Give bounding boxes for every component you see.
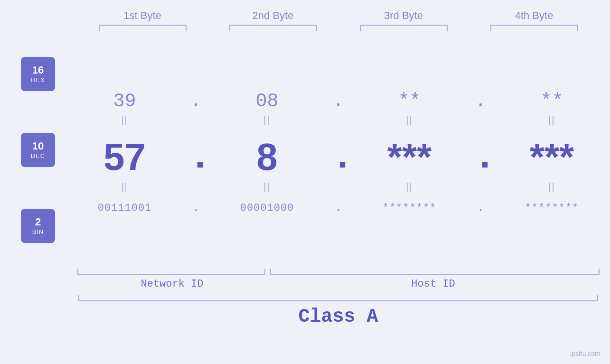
- eq-3: ||: [357, 115, 462, 126]
- bin-badge-num: 2: [35, 216, 41, 228]
- bracket-4: [490, 25, 578, 31]
- bin-dot-2: .: [331, 202, 346, 214]
- dec-badge: 10 DEC: [21, 133, 55, 167]
- byte1-header: 1st Byte: [90, 9, 195, 22]
- full-bottom-bracket: [78, 295, 598, 301]
- byte2-header: 2nd Byte: [221, 9, 325, 22]
- main-content: 16 HEX 10 DEC 2 BIN 39 . 08: [0, 36, 610, 264]
- network-id-label: Network ID: [77, 278, 267, 290]
- bin-dot-1: .: [189, 202, 203, 214]
- hex-dot-1: .: [189, 91, 203, 112]
- dec-dot-2: .: [331, 136, 346, 179]
- bin-b2: 00001000: [215, 202, 319, 214]
- eq-7: ||: [357, 182, 462, 193]
- hex-b4: **: [500, 91, 604, 112]
- byte4-header: 4th Byte: [482, 9, 586, 22]
- bracket-3: [360, 25, 448, 31]
- bin-b4: ********: [500, 202, 604, 214]
- bracket-1: [99, 25, 187, 31]
- top-brackets: [77, 25, 600, 31]
- byte3-header: 3rd Byte: [351, 9, 456, 22]
- network-bracket: [77, 269, 265, 275]
- badges-column: 16 HEX 10 DEC 2 BIN: [0, 36, 66, 264]
- eq-row-1: || || || ||: [66, 115, 610, 126]
- hex-values-row: 39 . 08 . ** . **: [66, 91, 610, 112]
- dec-badge-num: 10: [32, 140, 44, 152]
- bin-b3: ********: [357, 202, 462, 214]
- bin-values-row: 00111001 . 00001000 . ******** . *******…: [66, 202, 610, 214]
- eq-5: ||: [73, 182, 177, 193]
- eq-4: ||: [500, 115, 604, 126]
- hex-badge-label: HEX: [31, 76, 45, 84]
- id-labels: Network ID Host ID: [77, 278, 600, 290]
- bracket-2: [229, 25, 317, 31]
- hex-badge: 16 HEX: [21, 57, 55, 91]
- eq-row-2: || || || ||: [66, 182, 610, 193]
- hex-dot-3: .: [474, 91, 488, 112]
- host-bracket: [270, 269, 600, 275]
- values-grid: 39 . 08 . ** . ** || ||: [66, 86, 610, 214]
- byte-headers: 1st Byte 2nd Byte 3rd Byte 4th Byte: [77, 0, 600, 22]
- dec-b1: 57: [73, 135, 177, 179]
- dec-values-row: 57 . 8 . *** . ***: [66, 135, 610, 179]
- bottom-brackets: [77, 269, 600, 275]
- bin-dot-3: .: [474, 202, 488, 214]
- dec-dot-1: .: [189, 136, 203, 179]
- dec-b3: ***: [357, 135, 462, 179]
- dec-b2: 8: [215, 135, 319, 179]
- eq-6: ||: [215, 182, 319, 193]
- class-label: Class A: [77, 306, 600, 327]
- dec-b4: ***: [500, 135, 604, 179]
- hex-b1: 39: [73, 91, 177, 112]
- eq-1: ||: [73, 115, 177, 126]
- bin-b1: 00111001: [73, 202, 177, 214]
- eq-2: ||: [215, 115, 319, 126]
- hex-badge-num: 16: [32, 65, 44, 76]
- hex-b3: **: [357, 91, 462, 112]
- host-id-label: Host ID: [267, 278, 600, 290]
- bin-badge: 2 BIN: [21, 209, 55, 243]
- hex-dot-2: .: [331, 91, 346, 112]
- hex-b2: 08: [215, 91, 319, 112]
- watermark: ipshu.com: [570, 350, 601, 357]
- eq-8: ||: [500, 182, 604, 193]
- bin-badge-label: BIN: [32, 228, 44, 235]
- dec-badge-label: DEC: [31, 152, 45, 159]
- main-container: 1st Byte 2nd Byte 3rd Byte 4th Byte 16 H…: [0, 0, 610, 364]
- dec-dot-3: .: [474, 136, 488, 179]
